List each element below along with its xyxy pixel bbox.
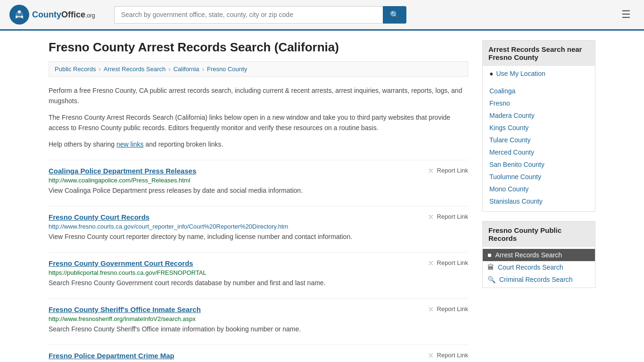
logo-text: CountyOffice.org [32,10,95,20]
result-item: Coalinga Police Department Press Release… [49,160,468,196]
search-button[interactable]: 🔍 [383,6,406,24]
breadcrumb: Public Records › Arrest Records Search ›… [49,61,468,77]
result-url-link-0[interactable]: http://www.coalingapolice.com/Press_Rele… [49,177,190,184]
header: CountyOffice.org 🔍 ☰ [0,0,644,31]
result-url-link-2[interactable]: https://publicportal.fresno.courts.ca.go… [49,269,206,276]
result-desc-1: View Fresno County court reporter direct… [49,232,468,242]
new-links-link[interactable]: new links [116,140,144,148]
breadcrumb-arrest-records[interactable]: Arrest Records Search [104,66,166,73]
report-icon-3: ⛌ [428,305,435,313]
nearby-link-4[interactable]: Tulare County [489,136,530,144]
rec-icon-1: 🏛 [487,263,494,271]
records-link-item: 🏛 Court Records Search [483,261,595,273]
result-url-2: https://publicportal.fresno.courts.ca.go… [49,269,468,276]
report-link-btn-4[interactable]: ⛌ Report Link [428,352,468,359]
report-link-btn-1[interactable]: ⛌ Report Link [428,213,468,221]
breadcrumb-public-records[interactable]: Public Records [55,66,96,73]
result-item: Fresno County Sheriff's Office Inmate Se… [49,298,468,334]
logo-icon [9,5,29,25]
records-section: Fresno County Public Records ■ Arrest Re… [482,221,595,288]
result-title-0[interactable]: Coalinga Police Department Press Release… [49,167,196,175]
nearby-link-item: Kings County [483,122,595,134]
result-title-2[interactable]: Fresno County Government Court Records [49,259,193,267]
results-container: Coalinga Police Department Press Release… [49,160,468,362]
search-input[interactable] [114,6,383,24]
breadcrumb-sep-2: › [168,66,170,73]
result-title-3[interactable]: Fresno County Sheriff's Office Inmate Se… [49,305,201,313]
nearby-link-3[interactable]: Kings County [489,124,528,132]
report-link-btn-2[interactable]: ⛌ Report Link [428,259,468,267]
report-link-label-2: Report Link [437,259,468,266]
use-my-location: ● Use My Location [483,66,595,81]
svg-point-2 [18,10,21,13]
report-link-btn-3[interactable]: ⛌ Report Link [428,305,468,313]
result-header: Coalinga Police Department Press Release… [49,167,468,175]
nearby-link-5[interactable]: Merced County [489,148,534,156]
nearby-link-item: Mono County [483,183,595,195]
nearby-link-0[interactable]: Coalinga [489,87,515,95]
nearby-link-7[interactable]: Tuolumne County [489,173,541,181]
nearby-links-list: CoalingaFresnoMadera CountyKings CountyT… [483,81,595,211]
result-url-0: http://www.coalingapolice.com/Press_Rele… [49,177,468,184]
description-3: Help others by sharing new links and rep… [49,139,468,149]
result-header: Fresno Police Department Crime Map ⛌ Rep… [49,352,468,360]
report-link-btn-0[interactable]: ⛌ Report Link [428,167,468,174]
report-link-label-1: Report Link [437,213,468,220]
result-header: Fresno County Sheriff's Office Inmate Se… [49,305,468,313]
main-container: Fresno County Arrest Records Search (Cal… [39,31,605,362]
result-url-link-3[interactable]: http://www.fresnosheriff.org/InmateInfoV… [49,315,196,322]
description-2: The Fresno County Arrest Records Search … [49,112,468,133]
records-link-2[interactable]: Criminal Records Search [499,276,573,283]
breadcrumb-california[interactable]: California [173,66,199,73]
nearby-link-item: Madera County [483,109,595,122]
report-icon-0: ⛌ [428,167,435,174]
result-url-1: http://www.fresno.courts.ca.gov/court_re… [49,223,468,230]
content-area: Fresno County Arrest Records Search (Cal… [49,40,468,362]
result-desc-3: Search Fresno County Sheriff's Office in… [49,324,468,334]
nearby-link-item: Merced County [483,146,595,158]
hamburger-button[interactable]: ☰ [618,7,635,23]
page-title: Fresno County Arrest Records Search (Cal… [49,40,468,55]
nearby-link-6[interactable]: San Benito County [489,161,545,168]
search-bar: 🔍 [114,6,406,24]
records-link-item: ■ Arrest Records Search [483,249,595,261]
nearby-link-1[interactable]: Fresno [489,99,510,107]
report-link-label-4: Report Link [437,352,468,359]
report-icon-4: ⛌ [428,352,435,359]
records-link-1[interactable]: Court Records Search [498,263,563,271]
nearby-link-item: Stanislaus County [483,195,595,207]
nearby-link-item: San Benito County [483,158,595,171]
nearby-link-8[interactable]: Mono County [489,185,528,193]
breadcrumb-sep-1: › [99,66,100,73]
location-icon: ● [489,70,493,77]
breadcrumb-fresno-county[interactable]: Fresno County [207,66,247,73]
result-item: Fresno County Court Records ⛌ Report Lin… [49,206,468,242]
result-url-link-1[interactable]: http://www.fresno.courts.ca.gov/court_re… [49,223,288,230]
result-header: Fresno County Court Records ⛌ Report Lin… [49,213,468,221]
records-link-item: 🔍 Criminal Records Search [483,273,595,286]
report-icon-1: ⛌ [428,213,435,221]
svg-point-4 [21,16,23,17]
nearby-link-item: Coalinga [483,85,595,97]
sidebar: Arrest Records Search near Fresno County… [482,40,595,362]
report-link-label-3: Report Link [437,305,468,313]
nearby-link-item: Fresno [483,97,595,109]
result-item: Fresno Police Department Crime Map ⛌ Rep… [49,345,468,362]
result-title-4[interactable]: Fresno Police Department Crime Map [49,352,174,360]
result-item: Fresno County Government Court Records ⛌… [49,252,468,288]
result-title-1[interactable]: Fresno County Court Records [49,213,149,221]
logo[interactable]: CountyOffice.org [9,5,95,25]
result-desc-0: View Coalinga Police Department press re… [49,186,468,196]
breadcrumb-sep-3: › [202,66,204,73]
nearby-link-2[interactable]: Madera County [489,112,535,119]
nearby-link-9[interactable]: Stanislaus County [489,197,543,205]
nearby-section-header: Arrest Records Search near Fresno County [483,41,595,66]
nearby-link-item: Tuolumne County [483,171,595,183]
records-links-list: ■ Arrest Records Search 🏛 Court Records … [483,247,595,288]
records-link-0[interactable]: Arrest Records Search [495,251,562,259]
records-section-header: Fresno County Public Records [483,222,595,247]
rec-icon-2: 🔍 [487,276,495,283]
result-desc-2: Search Fresno County Government court re… [49,278,468,288]
result-url-3: http://www.fresnosheriff.org/InmateInfoV… [49,315,468,322]
use-my-location-link[interactable]: Use My Location [496,70,545,77]
